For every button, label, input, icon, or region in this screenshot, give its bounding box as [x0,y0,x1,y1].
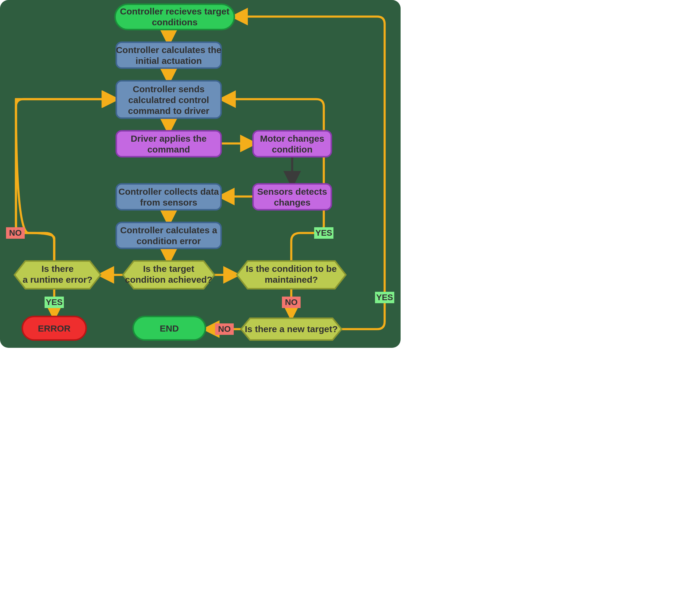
label-yes-newtarget: YES [375,292,394,303]
node-calc-initial: Controller calculates theinitial actuati… [116,42,221,68]
svg-text:NO: NO [218,324,231,334]
node-send-command: Controller sendscalculatred controlcomma… [116,81,221,118]
node-start: Controller recieves targetconditions [115,4,234,29]
node-motor-changes: Motor changescondition [253,131,331,157]
svg-text:NO: NO [285,297,298,307]
label-no-newtarget: NO [215,323,234,335]
svg-text:YES: YES [376,293,393,302]
svg-text:ERROR: ERROR [38,323,71,333]
svg-text:YES: YES [315,228,332,238]
svg-text:YES: YES [46,297,62,307]
node-calc-error: Controller calculates acondition error [116,222,221,248]
decision-target-achieved: Is the targetcondition achieved? [123,261,215,289]
svg-text:END: END [160,323,179,333]
label-yes-maintain: YES [314,227,333,239]
label-yes-runtime: YES [45,296,64,308]
node-error: ERROR [22,316,86,340]
decision-new-target: Is there a new target? [241,318,342,340]
node-end: END [133,316,205,340]
decision-runtime-error: Is therea runtime error? [15,261,101,289]
svg-text:NO: NO [9,228,22,238]
node-collect-data: Controller collects datafrom sensors [116,184,221,210]
decision-maintain: Is the condition to bemaintained? [237,261,346,289]
text: Controller recieves target [120,6,229,16]
label-no-maintain: NO [282,296,301,308]
label-no-runtime: NO [6,227,25,239]
svg-text:Is there a new target?: Is there a new target? [245,324,338,334]
svg-text:Controller sendscalculatred co: Controller sendscalculatred controlcomma… [128,84,209,116]
node-sensors-detect: Sensors detectschanges [253,184,331,210]
node-driver-applies: Driver applies thecommand [116,131,221,157]
